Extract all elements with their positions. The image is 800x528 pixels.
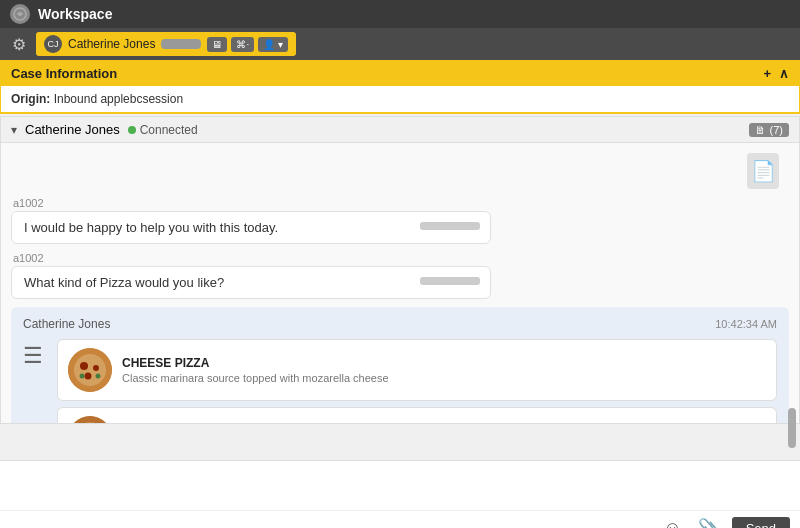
pizza-1-desc: Classic marinara source topped with moza… bbox=[122, 372, 766, 384]
customer-msg-header: Catherine Jones 10:42:34 AM bbox=[23, 317, 777, 331]
tab-action-icons: 🖥 ⌘· 👤 ▾ bbox=[207, 37, 288, 52]
emoji-button[interactable]: ☺ bbox=[659, 516, 685, 529]
connected-badge: Connected bbox=[128, 123, 198, 137]
chat-messages-area: 📄 a1002 I would be happy to help you wit… bbox=[1, 143, 799, 423]
agent-bubble-1: I would be happy to help you with this t… bbox=[11, 211, 491, 244]
agent-sender-2: a1002 bbox=[11, 252, 789, 264]
agent-time-1 bbox=[420, 220, 480, 231]
tab-badge bbox=[161, 39, 201, 49]
agent-sender-1: a1002 bbox=[11, 197, 789, 209]
file-icon: 📄 bbox=[747, 153, 779, 189]
session-count: (7) bbox=[770, 124, 783, 136]
svg-point-5 bbox=[85, 373, 92, 380]
agent-file-message: 📄 bbox=[11, 153, 789, 189]
svg-point-2 bbox=[74, 354, 106, 386]
pizza-1-image bbox=[68, 348, 112, 392]
session-count-badge: 🗎 (7) bbox=[749, 123, 789, 137]
tab-bar: ⚙ CJ Catherine Jones 🖥 ⌘· 👤 ▾ bbox=[0, 28, 800, 60]
agent-bubble-2: What kind of Pizza would you like? bbox=[11, 266, 491, 299]
connected-dot bbox=[128, 126, 136, 134]
case-info-body: Origin: Inbound applebcsession bbox=[1, 86, 799, 113]
origin-label: Origin: bbox=[11, 92, 50, 106]
session-icon: 🗎 bbox=[755, 124, 766, 136]
agent-message-2: a1002 What kind of Pizza would you like? bbox=[11, 252, 789, 299]
pizza-2-image bbox=[68, 416, 112, 423]
gear-icon[interactable]: ⚙ bbox=[8, 31, 30, 58]
chevron-down-icon[interactable]: ▾ bbox=[11, 123, 17, 137]
list-icon: ☰ bbox=[23, 343, 43, 369]
input-toolbar: ☺ 📎 Send bbox=[0, 510, 800, 528]
chat-session-panel: ▾ Catherine Jones Connected 🗎 (7) 📄 a100… bbox=[0, 116, 800, 424]
pizza-card-1[interactable]: CHEESE PIZZA Classic marinara source top… bbox=[57, 339, 777, 401]
agent-message-1: a1002 I would be happy to help you with … bbox=[11, 197, 789, 244]
chat-session-header: ▾ Catherine Jones Connected 🗎 (7) bbox=[1, 117, 799, 143]
pizza-card-2[interactable]: SUPREME PIZZA Pepperoni, seasoned pork, … bbox=[57, 407, 777, 423]
screen-icon[interactable]: 🖥 bbox=[207, 37, 227, 52]
svg-point-8 bbox=[68, 416, 112, 423]
customer-msg-time: 10:42:34 AM bbox=[715, 318, 777, 330]
app-icon bbox=[10, 4, 30, 24]
agent-text-1: I would be happy to help you with this t… bbox=[24, 220, 278, 235]
chat-session-header-right: 🗎 (7) bbox=[749, 123, 789, 137]
app-title: Workspace bbox=[38, 6, 112, 22]
tab-name: Catherine Jones bbox=[68, 37, 155, 51]
agent-text-2: What kind of Pizza would you like? bbox=[24, 275, 224, 290]
send-button[interactable]: Send bbox=[732, 517, 790, 529]
chat-session-header-left: ▾ Catherine Jones Connected bbox=[11, 122, 198, 137]
message-input[interactable] bbox=[10, 469, 790, 502]
collapse-icon[interactable]: ∧ bbox=[779, 66, 789, 81]
svg-point-7 bbox=[96, 374, 101, 379]
pizza-1-info: CHEESE PIZZA Classic marinara source top… bbox=[122, 356, 766, 384]
agent-time-2 bbox=[420, 275, 480, 286]
input-area[interactable] bbox=[0, 461, 800, 510]
input-bar: ☺ 📎 Send bbox=[0, 460, 800, 528]
customer-msg-name: Catherine Jones bbox=[23, 317, 110, 331]
tab-catherine-jones[interactable]: CJ Catherine Jones 🖥 ⌘· 👤 ▾ bbox=[36, 32, 296, 56]
origin-value: Inbound applebcsession bbox=[54, 92, 183, 106]
connected-label: Connected bbox=[140, 123, 198, 137]
case-info-title: Case Information bbox=[11, 66, 117, 81]
avatar: CJ bbox=[44, 35, 62, 53]
customer-name-label: Catherine Jones bbox=[25, 122, 120, 137]
case-info-panel: Case Information + ∧ Origin: Inbound app… bbox=[0, 60, 800, 114]
pizza-1-name: CHEESE PIZZA bbox=[122, 356, 766, 370]
attach-button[interactable]: 📎 bbox=[694, 515, 724, 528]
svg-point-4 bbox=[93, 365, 99, 371]
cmd-icon[interactable]: ⌘· bbox=[231, 37, 254, 52]
customer-message-block: Catherine Jones 10:42:34 AM ☰ bbox=[11, 307, 789, 423]
svg-point-3 bbox=[80, 362, 88, 370]
case-info-header: Case Information + ∧ bbox=[1, 61, 799, 86]
user-dropdown[interactable]: 👤 ▾ bbox=[258, 37, 288, 52]
add-icon[interactable]: + bbox=[763, 66, 771, 81]
scroll-indicator[interactable] bbox=[788, 408, 796, 448]
pizza-list: CHEESE PIZZA Classic marinara source top… bbox=[57, 339, 777, 423]
svg-point-6 bbox=[80, 374, 85, 379]
case-info-actions: + ∧ bbox=[763, 66, 789, 81]
top-bar: Workspace bbox=[0, 0, 800, 28]
